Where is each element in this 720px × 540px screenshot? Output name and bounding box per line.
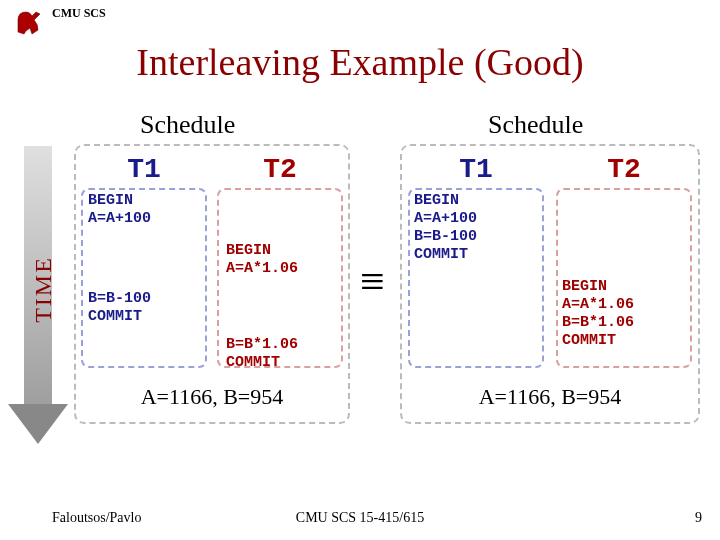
- schedule-box-right: T1 T2 BEGIN A=A+100 B=B-100 COMMIT BEGIN…: [400, 144, 700, 424]
- header-dept: CMU SCS: [52, 6, 106, 21]
- schedule-label-left: Schedule: [140, 110, 235, 140]
- time-label: TIME: [30, 256, 57, 323]
- t1-header: T1: [402, 154, 550, 185]
- t2-header: T2: [550, 154, 698, 185]
- stmt: BEGIN A=A*1.06 B=B*1.06 COMMIT: [562, 278, 634, 350]
- result-left: A=1166, B=954: [76, 384, 348, 410]
- equiv-symbol: ≡: [360, 256, 385, 307]
- t2-header: T2: [212, 154, 348, 185]
- schedule-box-left: T1 T2 BEGIN A=A+100 BEGIN A=A*1.06 B=B-1…: [74, 144, 350, 424]
- stmt: BEGIN A=A+100 B=B-100 COMMIT: [414, 192, 477, 264]
- page-number: 9: [695, 510, 702, 526]
- griffin-logo: [12, 6, 44, 38]
- stmt: B=B-100 COMMIT: [88, 290, 151, 326]
- stmt: B=B*1.06 COMMIT: [226, 336, 298, 372]
- stmt: BEGIN A=A*1.06: [226, 242, 298, 278]
- time-arrow: TIME: [16, 146, 60, 446]
- stmt: BEGIN A=A+100: [88, 192, 151, 228]
- schedule-label-right: Schedule: [488, 110, 583, 140]
- slide-title: Interleaving Example (Good): [0, 40, 720, 84]
- t1-header: T1: [76, 154, 212, 185]
- result-right: A=1166, B=954: [402, 384, 698, 410]
- footer-course: CMU SCS 15-415/615: [0, 510, 720, 526]
